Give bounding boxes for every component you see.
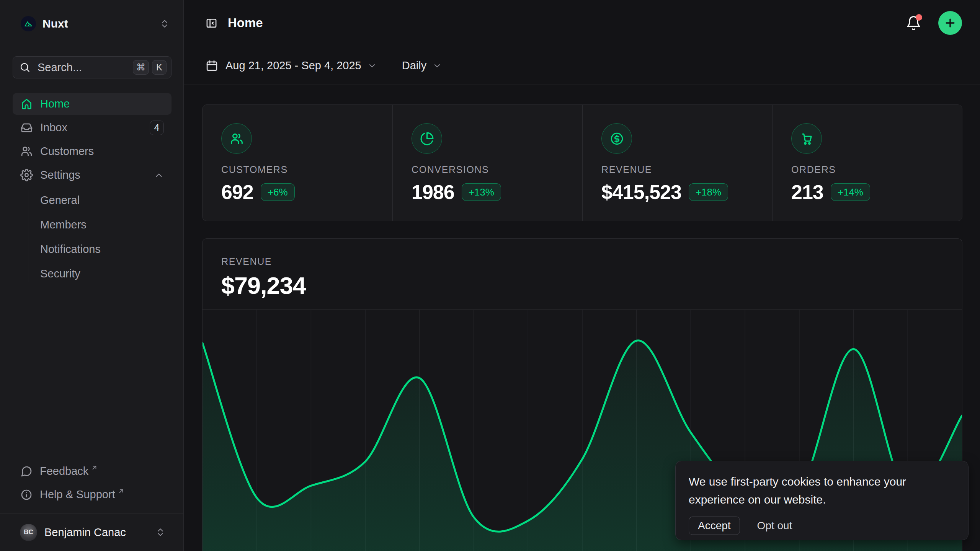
sidebar-item-settings[interactable]: Settings [13, 164, 172, 186]
granularity-value: Daily [402, 59, 426, 72]
collapse-sidebar-icon[interactable] [206, 17, 217, 29]
add-button[interactable] [938, 11, 962, 35]
cookie-consent-toast: We use first-party cookies to enhance yo… [675, 461, 969, 540]
sidebar-nav: Home Inbox 4 Customers Settings [13, 93, 172, 286]
date-range-value: Aug 21, 2025 - Sep 4, 2025 [225, 59, 361, 72]
stat-value: 1986 [412, 181, 454, 204]
stat-label: CONVERSIONS [412, 164, 575, 175]
sidebar-item-security[interactable]: Security [40, 261, 172, 286]
sidebar-item-general[interactable]: General [40, 188, 172, 212]
chevrons-up-down-icon [160, 19, 170, 29]
revenue-label: REVENUE [221, 256, 962, 267]
sidebar-item-home[interactable]: Home [13, 93, 172, 115]
home-icon [20, 98, 33, 110]
stat-delta-badge: +6% [261, 183, 295, 201]
stat-value: 213 [791, 181, 823, 204]
nuxt-logo-icon [21, 16, 36, 31]
date-range-picker[interactable]: Aug 21, 2025 - Sep 4, 2025 [206, 59, 377, 72]
gear-icon [20, 169, 33, 181]
user-name: Benjamin Canac [44, 526, 126, 539]
users-icon [221, 123, 252, 154]
sidebar-item-customers[interactable]: Customers [13, 140, 172, 162]
inbox-icon [20, 121, 33, 134]
brand-name: Nuxt [42, 17, 68, 30]
pie-chart-icon [412, 123, 442, 154]
stat-label: CUSTOMERS [221, 164, 385, 175]
stat-value: 692 [221, 181, 253, 204]
settings-subnav: General Members Notifications Security [13, 188, 172, 286]
chevron-down-icon [433, 61, 442, 70]
sidebar-item-inbox[interactable]: Inbox 4 [13, 117, 172, 139]
inbox-count-badge: 4 [150, 121, 164, 135]
cookie-message: We use first-party cookies to enhance yo… [689, 473, 922, 509]
chevrons-up-down-icon [155, 527, 165, 537]
sidebar-footer-links: Feedback Help & Support [13, 460, 172, 506]
chevron-up-icon [154, 170, 164, 180]
external-link-icon [91, 464, 98, 471]
stat-value: $415,523 [601, 181, 681, 204]
search-input[interactable]: ⌘ K [13, 56, 172, 78]
revenue-value: $79,234 [221, 272, 962, 299]
help-support-link[interactable]: Help & Support [13, 483, 172, 506]
stat-delta-badge: +13% [462, 183, 501, 201]
message-bubble-icon [20, 465, 33, 478]
calendar-icon [206, 59, 218, 72]
plus-icon [944, 16, 957, 29]
avatar: BC [20, 524, 37, 541]
chevron-down-icon [368, 61, 377, 70]
user-menu[interactable]: BC Benjamin Canac [13, 519, 172, 546]
search-field[interactable] [37, 61, 130, 74]
info-circle-icon [20, 489, 33, 501]
shopping-cart-icon [791, 123, 822, 154]
sidebar-item-notifications[interactable]: Notifications [40, 237, 172, 261]
notification-dot [916, 14, 922, 21]
page-title: Home [228, 16, 263, 30]
stat-delta-badge: +18% [689, 183, 728, 201]
stat-card-customers[interactable]: CUSTOMERS 692 +6% [203, 105, 392, 221]
stat-label: REVENUE [601, 164, 764, 175]
workspace-switcher[interactable]: Nuxt [21, 15, 170, 32]
notifications-button[interactable] [906, 15, 921, 31]
sidebar: Nuxt ⌘ K Home Inbox 4 [0, 0, 184, 551]
filters-toolbar: Aug 21, 2025 - Sep 4, 2025 Daily [184, 47, 980, 85]
users-icon [20, 145, 33, 158]
stat-label: ORDERS [791, 164, 954, 175]
opt-out-button[interactable]: Opt out [757, 520, 792, 532]
sidebar-divider [0, 514, 183, 514]
circle-dollar-icon [601, 123, 632, 154]
granularity-select[interactable]: Daily [402, 59, 442, 72]
stat-card-orders[interactable]: ORDERS 213 +14% [772, 105, 962, 221]
sidebar-item-members[interactable]: Members [40, 212, 172, 237]
kbd-cmd: ⌘ [133, 60, 149, 75]
page-header: Home [184, 0, 980, 46]
kbd-k: K [152, 60, 167, 75]
subnav-guide-line [28, 190, 28, 282]
accept-button[interactable]: Accept [689, 517, 740, 535]
stats-row: CUSTOMERS 692 +6% CONVERSIONS 1986 +13% … [202, 104, 962, 221]
feedback-link[interactable]: Feedback [13, 460, 172, 483]
stat-delta-badge: +14% [831, 183, 870, 201]
stat-card-conversions[interactable]: CONVERSIONS 1986 +13% [392, 105, 582, 221]
stat-card-revenue[interactable]: REVENUE $415,523 +18% [582, 105, 772, 221]
search-icon [19, 62, 31, 73]
external-link-icon [118, 487, 125, 495]
